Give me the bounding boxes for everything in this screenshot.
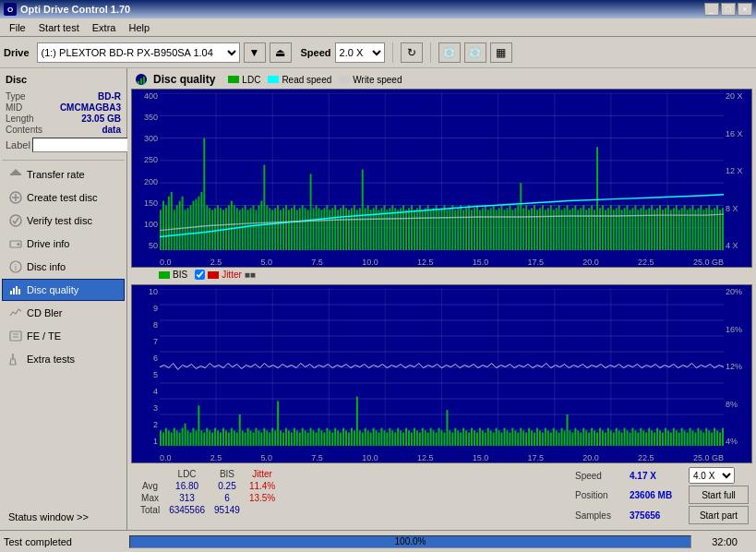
legend-bis-label: BIS <box>173 270 187 280</box>
svg-rect-66 <box>231 201 233 250</box>
disc-button-2[interactable]: 💿 <box>464 42 486 63</box>
maximize-button[interactable]: □ <box>721 3 736 16</box>
svg-rect-354 <box>400 430 402 446</box>
svg-rect-327 <box>326 428 328 446</box>
svg-rect-431 <box>610 430 612 446</box>
jitter-checkbox[interactable] <box>195 270 205 280</box>
svg-rect-279 <box>195 430 197 446</box>
svg-rect-119 <box>376 205 378 250</box>
svg-rect-42 <box>165 205 167 250</box>
svg-rect-381 <box>474 430 475 446</box>
refresh-button[interactable]: ↻ <box>401 42 423 63</box>
sidebar-item-drive-info[interactable]: Drive info <box>2 233 125 255</box>
disc-button-1[interactable]: 💿 <box>438 42 461 63</box>
sidebar-item-verify-test[interactable]: Verify test disc <box>2 210 125 232</box>
svg-rect-81 <box>271 210 273 250</box>
svg-rect-200 <box>596 147 598 250</box>
settings-button[interactable]: ▦ <box>490 42 512 63</box>
sidebar: Disc Type BD-R MID CMCMAGBA3 Length 23.0… <box>0 68 127 530</box>
sidebar-item-extra-tests[interactable]: Extra tests <box>2 348 125 370</box>
svg-rect-430 <box>607 428 609 446</box>
eject-button[interactable]: ⏏ <box>270 42 292 63</box>
disc-quality-label: Disc quality <box>27 284 78 295</box>
stats-speed-select[interactable]: 4.0 X 2.0 X <box>689 467 735 484</box>
drive-info-label: Drive info <box>27 238 69 249</box>
sidebar-item-transfer-rate[interactable]: Transfer rate <box>2 163 125 186</box>
close-button[interactable]: × <box>738 3 752 16</box>
svg-rect-146 <box>449 208 450 250</box>
menu-file[interactable]: File <box>4 18 31 36</box>
svg-rect-131 <box>408 208 410 250</box>
speed-select[interactable]: 2.0 X 4.0 X <box>335 42 385 63</box>
svg-rect-240 <box>705 208 707 250</box>
svg-rect-409 <box>550 432 552 446</box>
svg-rect-133 <box>414 210 415 250</box>
svg-rect-370 <box>443 432 445 446</box>
stats-total-label: Total <box>137 505 163 515</box>
svg-marker-18 <box>10 359 16 365</box>
svg-rect-413 <box>561 428 563 446</box>
drive-info-icon <box>8 236 23 251</box>
svg-rect-174 <box>525 205 527 250</box>
disc-label-label: Label <box>6 139 30 150</box>
minimize-button[interactable]: _ <box>704 3 719 16</box>
sidebar-item-create-test[interactable]: Create test disc <box>2 186 125 209</box>
svg-rect-90 <box>296 210 298 250</box>
svg-rect-142 <box>438 210 440 250</box>
svg-rect-448 <box>656 428 658 446</box>
svg-rect-101 <box>326 205 328 250</box>
status-window-button[interactable]: Status window >> <box>2 508 125 526</box>
sidebar-item-fe-te[interactable]: FE / TE <box>2 325 125 347</box>
menu-extra[interactable]: Extra <box>87 18 122 36</box>
sidebar-item-disc-quality[interactable]: Disc quality <box>2 279 125 301</box>
stats-max-bis: 6 <box>210 493 244 503</box>
cd-bler-label: CD Bler <box>27 307 63 318</box>
svg-rect-361 <box>419 432 421 446</box>
svg-rect-297 <box>245 432 246 446</box>
svg-rect-337 <box>354 430 355 446</box>
svg-rect-281 <box>200 430 202 446</box>
svg-rect-50 <box>187 208 189 250</box>
menu-start-test[interactable]: Start test <box>33 18 85 36</box>
svg-rect-185 <box>556 208 558 250</box>
svg-rect-371 <box>446 410 448 446</box>
svg-rect-94 <box>307 210 309 250</box>
top-chart-area <box>160 93 724 250</box>
title-bar-controls[interactable]: _ □ × <box>704 3 752 16</box>
svg-rect-340 <box>362 432 364 446</box>
svg-rect-415 <box>567 414 569 446</box>
svg-rect-436 <box>624 428 626 446</box>
svg-rect-432 <box>613 432 615 446</box>
svg-rect-398 <box>520 428 522 446</box>
svg-rect-280 <box>198 405 199 446</box>
start-full-button[interactable]: Start full <box>689 486 749 504</box>
svg-rect-41 <box>162 201 164 250</box>
svg-rect-410 <box>553 428 555 446</box>
svg-rect-120 <box>378 210 380 250</box>
svg-rect-455 <box>676 430 678 446</box>
svg-rect-389 <box>496 428 498 446</box>
drive-select[interactable]: (1:) PLEXTOR BD-R PX-B950SA 1.04 <box>37 42 240 63</box>
svg-rect-56 <box>203 138 205 250</box>
svg-rect-374 <box>454 428 456 446</box>
svg-rect-245 <box>719 210 721 250</box>
svg-rect-113 <box>359 208 361 250</box>
svg-rect-335 <box>348 432 350 446</box>
app-title: Opti Drive Control 1.70 <box>20 4 130 15</box>
svg-rect-14 <box>10 331 21 341</box>
svg-rect-416 <box>569 430 570 446</box>
svg-rect-463 <box>697 428 699 446</box>
disc-quality-icon <box>8 282 23 297</box>
menu-help[interactable]: Help <box>123 18 155 36</box>
start-part-button[interactable]: Start part <box>689 506 749 524</box>
svg-rect-62 <box>220 208 222 250</box>
drive-properties-button[interactable]: ▼ <box>244 42 266 63</box>
svg-rect-456 <box>678 432 680 446</box>
svg-rect-408 <box>547 430 549 446</box>
svg-rect-271 <box>174 428 175 446</box>
status-progress-container: 100.0% <box>129 535 691 548</box>
svg-rect-300 <box>253 432 255 446</box>
top-chart-svg <box>160 93 724 250</box>
sidebar-item-cd-bler[interactable]: CD Bler <box>2 302 125 324</box>
sidebar-item-disc-info[interactable]: i Disc info <box>2 256 125 278</box>
